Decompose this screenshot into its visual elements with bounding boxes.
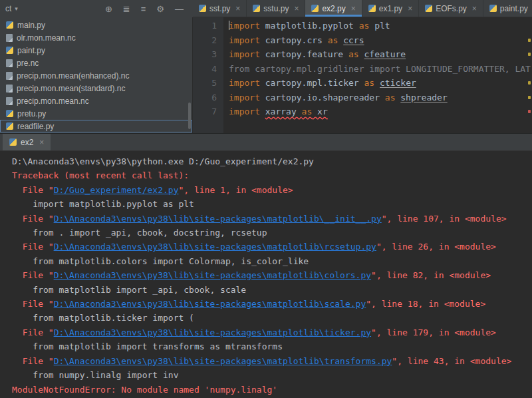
line-number: 6 (193, 91, 217, 105)
ide-window: ct ▾ ⊕≣≡⚙— sst.py×sstu.py×ex2.py×ex1.py×… (0, 0, 532, 398)
settings-icon[interactable]: ⚙ (156, 5, 164, 13)
close-icon[interactable]: × (39, 138, 44, 147)
tree-item-pre.nc[interactable]: pre.nc (0, 57, 192, 69)
file-icon (6, 72, 13, 80)
tree-item-precip.mon.mean.nc[interactable]: precip.mon.mean.nc (0, 95, 192, 107)
editor-gutter: 1234567 (193, 17, 223, 133)
file-icon (6, 34, 13, 42)
tab-close-icon[interactable]: × (408, 4, 412, 13)
code-line-4[interactable]: from cartopy.mpl.gridliner import LONGIT… (229, 62, 532, 77)
code-token: import (229, 35, 260, 45)
code-token: cfeature (364, 49, 406, 59)
tree-item-label: precip.mon.mean(standard).nc (17, 84, 125, 93)
collapse-all-icon[interactable]: ≡ (141, 5, 146, 13)
error-stripe-mark[interactable] (528, 110, 531, 113)
python-file-icon (368, 5, 376, 12)
tab-label: sstu.py (263, 4, 289, 13)
tab-close-icon[interactable]: × (235, 4, 240, 13)
code-line-6[interactable]: import cartopy.io.shapereader as shpread… (229, 91, 532, 105)
tab-close-icon[interactable]: × (472, 4, 477, 13)
console-line: from matplotlib import _api, cbook, scal… (12, 283, 532, 297)
tree-item-readfile.py[interactable]: readfile.py (0, 120, 192, 132)
code-line-5[interactable]: import cartopy.mpl.ticker as cticker (229, 76, 532, 91)
warning-stripe-mark[interactable] (528, 39, 531, 42)
code-token (374, 78, 380, 88)
python-file-icon (9, 138, 17, 146)
code-line-3[interactable]: import cartopy.feature as cfeature (229, 47, 532, 62)
tab-close-icon[interactable]: × (294, 4, 299, 13)
console-line: Traceback (most recent call last): (12, 168, 532, 182)
console-file-link[interactable]: D:\Anaconda3\envs\py38\lib\site-packages… (54, 270, 371, 280)
tree-item-precip.mon.mean(standard).nc[interactable]: precip.mon.mean(standard).nc (0, 82, 192, 95)
console-line: File "D:\Anaconda3\envs\py38\lib\site-pa… (12, 297, 532, 311)
code-line-2[interactable]: import cartopy.crs as ccrs (229, 33, 532, 48)
code-token: import (229, 93, 260, 102)
editor-tab-sst.py[interactable]: sst.py× (193, 0, 247, 17)
code-token: ccrs (343, 35, 364, 45)
tree-item-label: precip.mon.mean.nc (17, 97, 89, 106)
editor-tab-ex2.py[interactable]: ex2.py× (305, 0, 362, 17)
tree-item-precip.mon.mean(enhanced).nc[interactable]: precip.mon.mean(enhanced).nc (0, 69, 192, 82)
console-file-link[interactable]: D:\Anaconda3\envs\py38\lib\site-packages… (54, 356, 392, 366)
project-panel-header: ct ▾ ⊕≣≡⚙— (0, 0, 193, 17)
project-panel: main.pyolr.mon.mean.ncpaint.pypre.ncprec… (0, 17, 193, 133)
console-text: ", line 107, in <module> (382, 214, 507, 224)
console-text: from matplotlib import _api, cbook, scal… (12, 285, 246, 295)
code-token (359, 49, 364, 59)
warning-stripe-mark[interactable] (528, 81, 531, 85)
code-token: as (302, 106, 313, 116)
console-text: D:\Anaconda3\envs\py38\python.exe D:/Guo… (12, 156, 314, 166)
console-text: File " (12, 356, 54, 366)
console-line: File "D:\Anaconda3\envs\py38\lib\site-pa… (12, 325, 532, 339)
console-file-link[interactable]: D:\Anaconda3\envs\py38\lib\site-packages… (54, 214, 382, 224)
console-file-link[interactable]: D:\Anaconda3\envs\py38\lib\site-packages… (54, 299, 366, 309)
tab-label: EOFs.py (436, 4, 467, 13)
line-number: 7 (193, 104, 217, 119)
console-text: File " (12, 327, 54, 337)
editor-tab-sstu.py[interactable]: sstu.py× (247, 0, 305, 17)
tree-item-pretu.py[interactable]: pretu.py (0, 107, 192, 120)
console-output: D:\Anaconda3\envs\py38\python.exe D:/Guo… (0, 151, 532, 398)
editor-tab-ex1.py[interactable]: ex1.py× (362, 0, 419, 17)
console-text: File " (12, 299, 54, 309)
line-number: 5 (193, 76, 217, 91)
warning-stripe-mark[interactable] (528, 53, 531, 56)
editor-tab-bar: sst.py×sstu.py×ex2.py×ex1.py×EOFs.py×pai… (193, 0, 532, 17)
console-file-link[interactable]: D:\Anaconda3\envs\py38\lib\site-packages… (54, 242, 376, 252)
project-selector[interactable]: ct ▾ (0, 0, 23, 17)
console-line: from matplotlib.colors import Colormap, … (12, 254, 532, 268)
console-tab-ex2[interactable]: ex2 × (3, 134, 51, 150)
code-token: cticker (380, 78, 416, 88)
locate-icon[interactable]: ⊕ (105, 5, 112, 13)
console-line: File "D:\Anaconda3\envs\py38\lib\site-pa… (12, 268, 532, 282)
editor-tab-paint.py[interactable]: paint.py× (483, 0, 532, 17)
console-line: File "D:\Anaconda3\envs\py38\lib\site-pa… (12, 354, 532, 368)
console-line: File "D:\Anaconda3\envs\py38\lib\site-pa… (12, 212, 532, 226)
code-line-7[interactable]: import xarray as xr (229, 104, 532, 119)
hide-panel-icon[interactable]: — (175, 5, 184, 13)
tab-close-icon[interactable]: × (351, 4, 356, 13)
tree-item-main.py[interactable]: main.py (0, 19, 192, 31)
expand-all-icon[interactable]: ≣ (123, 5, 130, 13)
code-token: cartopy.crs (260, 35, 328, 45)
project-toolbar-icons: ⊕≣≡⚙— (105, 5, 193, 13)
console-file-link[interactable]: D:/Guo_experiment/ex2.py (54, 185, 179, 195)
run-panel-header: ex2 × (0, 134, 532, 151)
line-number: 3 (193, 47, 217, 62)
tree-item-olr.mon.mean.nc[interactable]: olr.mon.mean.nc (0, 31, 192, 44)
editor-tab-EOFs.py[interactable]: EOFs.py× (419, 0, 483, 17)
console-text: ", line 179, in <module> (371, 327, 496, 337)
code-token: import (229, 49, 260, 59)
tree-item-paint.py[interactable]: paint.py (0, 44, 192, 57)
python-file-icon (6, 21, 13, 29)
tab-label: ex2.py (322, 4, 345, 13)
tree-item-label: pretu.py (17, 109, 46, 118)
code-token: import (229, 21, 260, 31)
warning-stripe-mark[interactable] (528, 96, 531, 99)
editor-code[interactable]: import matplotlib.pyplot as pltimport ca… (223, 17, 532, 133)
console-file-link[interactable]: D:\Anaconda3\envs\py38\lib\site-packages… (54, 327, 371, 337)
console-text: from matplotlib import transforms as mtr… (12, 341, 283, 351)
code-line-1[interactable]: import matplotlib.pyplot as plt (229, 19, 532, 33)
code-token (260, 106, 265, 116)
project-tree-scrollbar[interactable] (188, 102, 191, 129)
